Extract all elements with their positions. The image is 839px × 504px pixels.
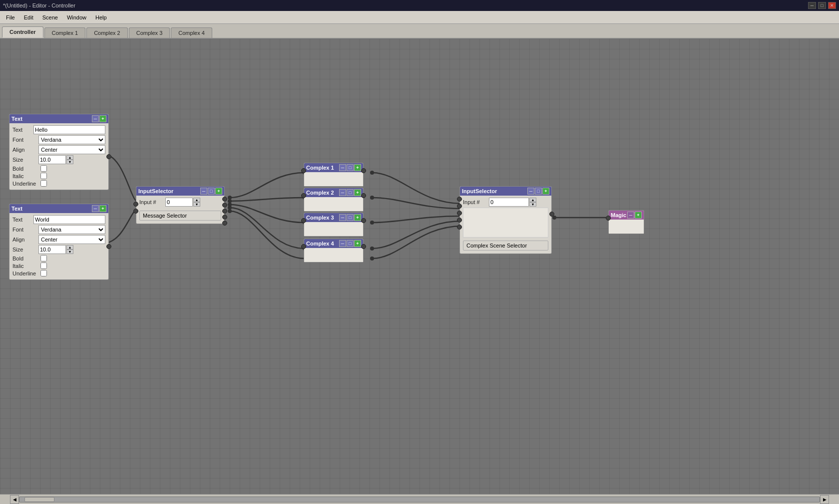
complex-node-3-minimize[interactable]: ─ (339, 214, 346, 221)
input-selector-1-body: Input # ▲ ▼ (136, 196, 224, 210)
input-selector-1-input[interactable] (165, 198, 193, 207)
text-node-2-size-input[interactable] (38, 245, 66, 254)
tab-complex3[interactable]: Complex 3 (129, 27, 170, 38)
svg-point-3 (228, 206, 232, 210)
input-selector-1-down[interactable]: ▼ (193, 202, 200, 207)
text-node-2-size-down[interactable]: ▼ (66, 250, 73, 254)
complex-node-1-in[interactable] (301, 168, 306, 173)
text-node-2-italic-check[interactable] (40, 262, 47, 269)
complex-node-3-body (304, 222, 363, 236)
complex-node-3-square[interactable]: □ (347, 214, 354, 221)
complex-node-2-square[interactable]: □ (347, 189, 354, 196)
text-node-1-output-port[interactable] (106, 154, 111, 159)
menu-edit[interactable]: Edit (20, 13, 37, 21)
close-button[interactable]: ✕ (828, 2, 836, 9)
input-selector-1-out-4[interactable] (222, 215, 227, 220)
maximize-button[interactable]: □ (818, 2, 826, 9)
complex-node-2-in[interactable] (301, 193, 306, 198)
text-node-2-output-port[interactable] (106, 244, 111, 249)
input-selector-1-port-1[interactable] (133, 202, 138, 207)
complex-node-4-minimize[interactable]: ─ (339, 240, 346, 247)
scroll-right-button[interactable]: ▶ (820, 495, 829, 504)
text-node-1-bold-check[interactable] (40, 165, 47, 172)
input-selector-2-out[interactable] (549, 212, 554, 217)
menu-scene[interactable]: Scene (38, 13, 62, 21)
text-node-1-font-select[interactable]: Verdana (38, 135, 105, 144)
input-selector-2-down[interactable]: ▼ (529, 202, 536, 207)
complex-node-4-square[interactable]: □ (347, 240, 354, 247)
input-selector-1-square[interactable]: □ (208, 188, 215, 195)
input-selector-2-port-5[interactable] (457, 225, 462, 230)
text-node-2-size-row: Size ▲ ▼ (12, 245, 105, 254)
input-selector-1-out-2[interactable] (222, 203, 227, 208)
input-selector-2-input[interactable] (489, 198, 529, 207)
text-node-1-size-up[interactable]: ▲ (66, 155, 73, 160)
text-node-1-add[interactable]: + (99, 115, 106, 122)
text-node-1-italic-check[interactable] (40, 173, 47, 179)
text-node-1-font-label: Font (12, 137, 38, 143)
input-selector-1-out-3[interactable] (222, 209, 227, 214)
tab-complex1[interactable]: Complex 1 (44, 27, 86, 38)
text-node-1-size-input[interactable] (38, 155, 66, 164)
input-selector-1-port-2[interactable] (133, 209, 138, 214)
text-node-2-size-up[interactable]: ▲ (66, 245, 73, 250)
text-node-1-align-select[interactable]: Center (38, 145, 105, 154)
text-node-2-align-select[interactable]: Center (38, 235, 105, 244)
complex-node-1-minimize[interactable]: ─ (339, 164, 346, 171)
input-selector-2-square[interactable]: □ (535, 188, 542, 195)
scrollbar-thumb[interactable] (24, 497, 54, 502)
input-selector-1-out-5[interactable] (222, 221, 227, 226)
input-selector-1-out-1[interactable] (222, 197, 227, 202)
text-node-2-minimize[interactable]: ─ (92, 205, 99, 212)
complex-node-3-out[interactable] (361, 218, 366, 223)
text-node-2-underline-check[interactable] (40, 270, 47, 276)
input-selector-2-minimize[interactable]: ─ (527, 188, 534, 195)
magic-node-in[interactable] (606, 216, 611, 221)
input-selector-2-add[interactable]: + (542, 188, 549, 195)
menu-file[interactable]: File (2, 13, 19, 21)
text-node-1-underline-check[interactable] (40, 180, 47, 187)
text-node-2-font-label: Font (12, 227, 38, 233)
input-selector-1-input-row: Input # ▲ ▼ (139, 198, 221, 207)
text-node-1-size-down[interactable]: ▼ (66, 160, 73, 164)
input-selector-1-add[interactable]: + (215, 188, 222, 195)
text-node-1-minimize[interactable]: ─ (92, 115, 99, 122)
input-selector-2-port-4[interactable] (457, 218, 462, 223)
input-selector-2-port-3[interactable] (457, 211, 462, 216)
scroll-left-button[interactable]: ◀ (10, 495, 19, 504)
input-selector-2-up[interactable]: ▲ (529, 198, 536, 202)
text-node-1-text-input[interactable] (33, 125, 105, 134)
complex-node-4-in[interactable] (301, 244, 306, 249)
text-node-2-bold-check[interactable] (40, 255, 47, 261)
complex-node-4-header: Complex 4 ─ □ + (304, 239, 363, 248)
text-node-2-text-input[interactable] (33, 215, 105, 224)
menu-window[interactable]: Window (63, 13, 90, 21)
input-selector-1-up[interactable]: ▲ (193, 198, 200, 202)
text-node-2-size-spinner: ▲ ▼ (38, 245, 73, 254)
minimize-button[interactable]: ─ (808, 2, 816, 9)
text-node-2-text-row: Text (12, 215, 105, 224)
complex-node-4-add[interactable]: + (354, 240, 361, 247)
tab-controller[interactable]: Controller (2, 26, 43, 38)
input-selector-2-header: InputSelector ─ □ + (460, 187, 551, 196)
complex-node-1-out[interactable] (361, 168, 366, 173)
complex-node-2-out[interactable] (361, 193, 366, 198)
complex-node-1-add[interactable]: + (354, 164, 361, 171)
tab-complex2[interactable]: Complex 2 (86, 27, 128, 38)
input-selector-2-port-1[interactable] (457, 197, 462, 202)
complex-node-4-out[interactable] (361, 244, 366, 249)
menu-help[interactable]: Help (91, 13, 111, 21)
complex-node-2-add[interactable]: + (354, 189, 361, 196)
complex-node-1-square[interactable]: □ (347, 164, 354, 171)
complex-node-2-minimize[interactable]: ─ (339, 189, 346, 196)
complex-node-3-in[interactable] (301, 218, 306, 223)
complex-node-3-add[interactable]: + (354, 214, 361, 221)
input-selector-2-port-2[interactable] (457, 204, 462, 209)
connections-layer (0, 39, 839, 494)
text-node-2-add[interactable]: + (99, 205, 106, 212)
magic-node-minimize[interactable]: ─ (627, 212, 634, 219)
input-selector-1-minimize[interactable]: ─ (200, 188, 207, 195)
text-node-2-font-select[interactable]: Verdana (38, 225, 105, 234)
tab-complex4[interactable]: Complex 4 (171, 27, 212, 38)
magic-node-add[interactable]: + (635, 212, 642, 219)
